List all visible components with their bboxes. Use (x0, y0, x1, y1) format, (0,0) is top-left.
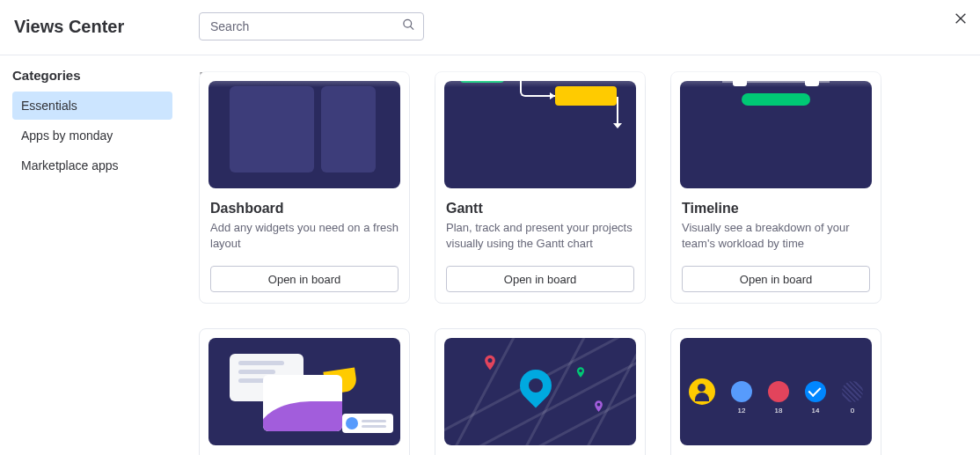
thumb-timeline (680, 81, 872, 188)
sidebar-item-marketplace-apps[interactable]: Marketplace apps (12, 151, 172, 180)
sidebar-item-apps-by-monday[interactable]: Apps by monday (12, 121, 172, 150)
sidebar-item-essentials[interactable]: Essentials (12, 92, 172, 120)
card-title: Dashboard (210, 201, 399, 216)
open-in-board-button[interactable]: Open in board (446, 266, 634, 292)
card-map: Map View locations from your board on a … (435, 328, 646, 455)
card-desc: Visually see a breakdown of your team's … (682, 220, 870, 252)
thumb-files-gallery (208, 338, 400, 445)
svg-line-1 (410, 26, 413, 30)
map-pin-icon (481, 354, 499, 371)
close-button[interactable] (954, 11, 968, 28)
map-pin-icon (574, 366, 587, 378)
open-in-board-button[interactable]: Open in board (682, 266, 870, 292)
card-files-gallery: Files Gallery Manage and collaborate on … (199, 328, 410, 455)
card-title: Gantt (446, 201, 634, 216)
thumb-map (444, 338, 636, 445)
card-desc: Add any widgets you need on a fresh layo… (210, 220, 399, 252)
cards-grid: Dashboard Add any widgets you need on a … (199, 71, 961, 455)
card-workload: 12 18 14 0 Workload See who's busy and w… (670, 328, 881, 455)
svg-point-6 (597, 403, 601, 407)
open-in-board-button[interactable]: Open in board (210, 266, 399, 292)
search-wrap (199, 12, 424, 40)
svg-point-4 (488, 358, 493, 363)
map-pin-icon (592, 400, 605, 413)
thumb-gantt (444, 81, 636, 188)
card-title: Timeline (682, 201, 870, 216)
workload-dot: 12 (731, 381, 752, 402)
avatar-icon (689, 378, 715, 405)
page-title: Views Center (14, 17, 199, 37)
workload-dot: 0 (842, 381, 863, 402)
search-input[interactable] (199, 12, 424, 40)
svg-point-0 (404, 19, 412, 27)
main: Essentials Dashboard Add any widgets you… (185, 55, 980, 455)
sidebar: Categories Essentials Apps by monday Mar… (0, 55, 185, 455)
card-gantt: Gantt Plan, track and present your proje… (435, 71, 646, 304)
card-dashboard: Dashboard Add any widgets you need on a … (199, 71, 410, 304)
sidebar-heading: Categories (12, 68, 172, 83)
svg-point-5 (579, 370, 582, 373)
thumb-dashboard (208, 81, 400, 188)
header: Views Center (0, 0, 980, 55)
search-icon (402, 18, 415, 35)
check-icon: 14 (805, 381, 826, 402)
card-timeline: Timeline Visually see a breakdown of you… (670, 71, 881, 304)
workload-dot: 18 (768, 381, 789, 402)
card-desc: Plan, track and present your projects vi… (446, 220, 634, 252)
close-icon (954, 10, 968, 29)
thumb-workload: 12 18 14 0 (680, 338, 872, 445)
